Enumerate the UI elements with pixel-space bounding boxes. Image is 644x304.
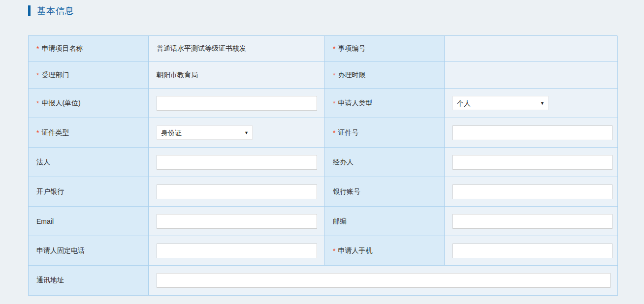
field-label-text: 申请人类型 — [338, 99, 372, 108]
field-label-bank-account: 银行账号 — [325, 177, 445, 207]
required-marker: * — [333, 247, 335, 255]
landline-phone-input[interactable] — [157, 243, 317, 258]
field-label-text: 经办人 — [333, 158, 354, 167]
field-label-id-number: * 证件号 — [325, 118, 445, 148]
field-label-text: 申报人(单位) — [41, 99, 80, 108]
title-accent-bar — [28, 5, 31, 16]
field-label-text: 申请人手机 — [338, 246, 372, 255]
field-label-text: 银行账号 — [333, 187, 360, 196]
field-value-bank-account — [445, 177, 618, 207]
field-label-project-name: * 申请项目名称 — [29, 36, 149, 62]
field-value-processing-time-limit — [445, 62, 618, 89]
field-label-text: 通讯地址 — [36, 276, 64, 285]
required-marker: * — [36, 129, 39, 137]
field-label-applicant-unit: * 申报人(单位) — [29, 89, 149, 118]
required-marker: * — [333, 71, 335, 79]
field-value-landline-phone — [149, 236, 325, 266]
bank-name-input[interactable] — [157, 184, 317, 199]
field-label-mailing-address: 通讯地址 — [29, 266, 149, 296]
field-value-applicant-unit — [149, 89, 325, 118]
field-label-legal-person: 法人 — [29, 148, 149, 177]
field-label-landline-phone: 申请人固定电话 — [29, 236, 149, 266]
field-value-handler — [445, 148, 618, 177]
field-label-text: 邮编 — [333, 217, 347, 226]
mailing-address-input[interactable] — [157, 273, 611, 288]
mobile-phone-input[interactable] — [452, 243, 612, 258]
field-label-text: 开户银行 — [36, 187, 64, 196]
bank-account-input[interactable] — [452, 184, 612, 199]
field-label-text: 申请人固定电话 — [36, 246, 85, 255]
field-value-id-number — [445, 118, 618, 148]
field-value-mailing-address — [149, 266, 618, 296]
field-value-mobile-phone — [445, 236, 618, 266]
field-label-item-number: * 事项编号 — [325, 36, 445, 62]
field-label-accepting-department: * 受理部门 — [29, 62, 149, 89]
email-input[interactable] — [157, 214, 317, 229]
required-marker: * — [333, 129, 335, 137]
field-value-postal-code — [445, 207, 618, 236]
accepting-department-value: 朝阳市教育局 — [157, 71, 198, 80]
field-value-legal-person — [149, 148, 325, 177]
field-label-text: 办理时限 — [338, 71, 365, 80]
legal-person-input[interactable] — [157, 155, 317, 170]
field-value-applicant-type: 个人 ▼ — [445, 89, 618, 118]
field-label-handler: 经办人 — [325, 148, 445, 177]
field-label-text: Email — [36, 217, 54, 225]
id-number-input[interactable] — [452, 125, 612, 140]
field-value-email — [149, 207, 325, 236]
handler-input[interactable] — [452, 155, 612, 170]
field-label-processing-time-limit: * 办理时限 — [325, 62, 445, 89]
required-marker: * — [333, 99, 335, 107]
applicant-type-select-wrap: 个人 ▼ — [452, 96, 548, 110]
basic-info-form-table: * 申请项目名称 普通话水平测试等级证书核发 * 事项编号 * 受理部门 朝阳市… — [28, 35, 617, 296]
id-type-select[interactable]: 身份证 — [157, 125, 253, 140]
field-value-accepting-department: 朝阳市教育局 — [149, 62, 325, 89]
section-title: 基本信息 — [28, 5, 644, 17]
project-name-value: 普通话水平测试等级证书核发 — [157, 44, 246, 53]
field-label-email: Email — [29, 207, 149, 236]
field-label-bank-name: 开户银行 — [29, 177, 149, 207]
field-label-text: 申请项目名称 — [41, 44, 83, 53]
field-label-text: 证件号 — [338, 128, 358, 137]
applicant-type-select[interactable]: 个人 — [452, 96, 548, 110]
field-label-postal-code: 邮编 — [325, 207, 445, 236]
field-label-mobile-phone: * 申请人手机 — [325, 236, 445, 266]
page-title: 基本信息 — [37, 5, 74, 17]
required-marker: * — [36, 45, 39, 53]
field-label-text: 事项编号 — [338, 44, 365, 53]
field-label-text: 受理部门 — [41, 71, 69, 80]
field-value-bank-name — [149, 177, 325, 207]
field-value-id-type: 身份证 ▼ — [149, 118, 325, 148]
field-label-text: 法人 — [36, 158, 50, 167]
field-label-applicant-type: * 申请人类型 — [325, 89, 445, 118]
postal-code-input[interactable] — [452, 214, 612, 229]
id-type-select-wrap: 身份证 ▼ — [157, 125, 253, 140]
field-label-text: 证件类型 — [41, 128, 69, 137]
field-value-project-name: 普通话水平测试等级证书核发 — [149, 36, 325, 62]
field-label-id-type: * 证件类型 — [29, 118, 149, 148]
basic-info-page: 基本信息 * 申请项目名称 普通话水平测试等级证书核发 * 事项编号 * 受理部… — [0, 0, 644, 296]
required-marker: * — [333, 45, 335, 53]
required-marker: * — [36, 71, 39, 79]
field-value-item-number — [445, 36, 618, 62]
required-marker: * — [36, 99, 39, 107]
applicant-unit-input[interactable] — [157, 96, 317, 111]
